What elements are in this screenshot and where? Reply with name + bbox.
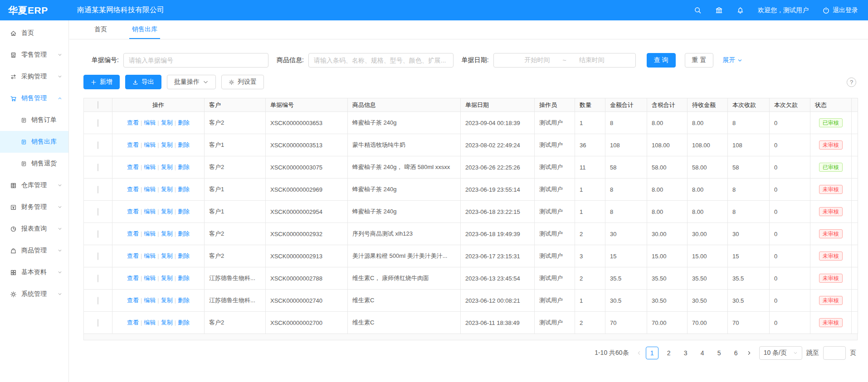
cell-receivable: 30.00 bbox=[688, 223, 728, 245]
delete-link[interactable]: 删除 bbox=[178, 230, 190, 237]
edit-link[interactable]: 编辑 bbox=[144, 119, 156, 126]
edit-link[interactable]: 编辑 bbox=[144, 208, 156, 215]
search-button[interactable]: 查 询 bbox=[647, 53, 676, 68]
cell-debt: 0 bbox=[770, 201, 810, 223]
delete-link[interactable]: 删除 bbox=[178, 119, 190, 126]
edit-link[interactable]: 编辑 bbox=[144, 164, 156, 170]
copy-link[interactable]: 复制 bbox=[161, 252, 173, 259]
chevron-down-icon bbox=[737, 58, 742, 63]
cell-product: 美汁源果粒橙 500ml 美汁美汁美汁... bbox=[348, 245, 461, 267]
sidebar-item-basic-data[interactable]: 基本资料 bbox=[0, 261, 68, 283]
view-link[interactable]: 查看 bbox=[127, 230, 139, 237]
view-link[interactable]: 查看 bbox=[127, 252, 139, 259]
delete-link[interactable]: 删除 bbox=[178, 275, 190, 281]
row-checkbox[interactable] bbox=[98, 319, 98, 327]
page-button-1[interactable]: 1 bbox=[646, 347, 658, 359]
row-checkbox[interactable] bbox=[98, 119, 98, 127]
edit-link[interactable]: 编辑 bbox=[144, 297, 156, 304]
tab-home[interactable]: 首页 bbox=[94, 20, 107, 39]
page-button-2[interactable]: 2 bbox=[663, 347, 675, 359]
product-info-input[interactable] bbox=[308, 53, 454, 68]
export-button[interactable]: 导出 bbox=[125, 75, 161, 89]
column-settings-button[interactable]: 列设置 bbox=[221, 75, 264, 89]
sidebar-item-sales-order[interactable]: 销售订单 bbox=[0, 109, 68, 131]
copy-link[interactable]: 复制 bbox=[161, 208, 173, 215]
logout-button[interactable]: 退出登录 bbox=[822, 6, 858, 15]
select-all-checkbox[interactable] bbox=[98, 101, 98, 109]
help-icon[interactable]: ? bbox=[847, 77, 856, 87]
delete-link[interactable]: 删除 bbox=[178, 141, 190, 148]
sidebar-item-sales-outbound[interactable]: 销售出库 bbox=[0, 131, 68, 153]
sidebar-item-purchase[interactable]: 采购管理 bbox=[0, 66, 68, 87]
copy-link[interactable]: 复制 bbox=[161, 141, 173, 148]
delete-link[interactable]: 删除 bbox=[178, 297, 190, 304]
view-link[interactable]: 查看 bbox=[127, 208, 139, 215]
date-range-input[interactable]: 开始时间 ~ 结束时间 bbox=[493, 53, 636, 68]
table-header-row: 操作客户单据编号商品信息单据日期操作员数量金额合计含税合计待收金额本次收款本次欠… bbox=[84, 98, 858, 112]
page-button-3[interactable]: 3 bbox=[679, 347, 692, 359]
next-page-button[interactable] bbox=[746, 350, 752, 356]
edit-link[interactable]: 编辑 bbox=[144, 186, 156, 193]
sidebar-item-system[interactable]: 系统管理 bbox=[0, 283, 68, 305]
view-link[interactable]: 查看 bbox=[127, 119, 139, 126]
cell-receivable: 70.00 bbox=[688, 312, 728, 334]
bell-icon[interactable] bbox=[736, 6, 744, 14]
row-checkbox[interactable] bbox=[98, 186, 98, 193]
row-checkbox[interactable] bbox=[98, 297, 98, 305]
jump-to-input[interactable] bbox=[823, 346, 846, 360]
view-link[interactable]: 查看 bbox=[127, 297, 139, 304]
sidebar-item-products[interactable]: 商品管理 bbox=[0, 240, 68, 261]
row-checkbox[interactable] bbox=[98, 230, 98, 238]
view-link[interactable]: 查看 bbox=[127, 164, 139, 170]
view-link[interactable]: 查看 bbox=[127, 141, 139, 148]
edit-link[interactable]: 编辑 bbox=[144, 230, 156, 237]
copy-link[interactable]: 复制 bbox=[161, 230, 173, 237]
sidebar-item-finance[interactable]: 财务管理 bbox=[0, 196, 68, 218]
copy-link[interactable]: 复制 bbox=[161, 275, 173, 281]
sidebar-item-reports[interactable]: 报表查询 bbox=[0, 218, 68, 240]
search-icon[interactable] bbox=[694, 6, 702, 14]
expand-link[interactable]: 展开 bbox=[722, 56, 742, 64]
add-button[interactable]: 新增 bbox=[83, 75, 120, 89]
page-button-5[interactable]: 5 bbox=[713, 347, 726, 359]
copy-link[interactable]: 复制 bbox=[161, 319, 173, 326]
sidebar-item-warehouse[interactable]: 仓库管理 bbox=[0, 174, 68, 196]
page-button-4[interactable]: 4 bbox=[696, 347, 709, 359]
copy-link[interactable]: 复制 bbox=[161, 119, 173, 126]
row-checkbox[interactable] bbox=[98, 208, 98, 216]
view-link[interactable]: 查看 bbox=[127, 186, 139, 193]
copy-link[interactable]: 复制 bbox=[161, 164, 173, 170]
sidebar-item-home[interactable]: 首页 bbox=[0, 22, 68, 44]
sidebar-item-retail[interactable]: 零售管理 bbox=[0, 44, 68, 66]
batch-actions-button[interactable]: 批量操作 bbox=[167, 75, 216, 89]
delete-link[interactable]: 删除 bbox=[178, 164, 190, 170]
view-link[interactable]: 查看 bbox=[127, 319, 139, 326]
action-separator: | bbox=[175, 208, 176, 215]
page-button-6[interactable]: 6 bbox=[730, 347, 742, 359]
edit-link[interactable]: 编辑 bbox=[144, 141, 156, 148]
delete-link[interactable]: 删除 bbox=[178, 186, 190, 193]
row-checkbox[interactable] bbox=[98, 141, 98, 149]
delete-link[interactable]: 删除 bbox=[178, 208, 190, 215]
edit-link[interactable]: 编辑 bbox=[144, 252, 156, 259]
row-checkbox[interactable] bbox=[98, 275, 98, 282]
prev-page-button[interactable] bbox=[636, 350, 642, 356]
copy-link[interactable]: 复制 bbox=[161, 297, 173, 304]
bill-no-input[interactable] bbox=[123, 53, 268, 68]
reset-button[interactable]: 重 置 bbox=[685, 53, 714, 68]
bank-icon[interactable] bbox=[715, 6, 723, 14]
row-checkbox[interactable] bbox=[98, 164, 98, 171]
sidebar-item-sales-return[interactable]: 销售退货 bbox=[0, 153, 68, 174]
copy-link[interactable]: 复制 bbox=[161, 186, 173, 193]
row-actions-cell: 查看|编辑|复制|删除 bbox=[112, 290, 205, 312]
view-link[interactable]: 查看 bbox=[127, 275, 139, 281]
edit-link[interactable]: 编辑 bbox=[144, 275, 156, 281]
row-checkbox[interactable] bbox=[98, 252, 98, 260]
tab-sales-outbound[interactable]: 销售出库 bbox=[132, 20, 157, 39]
page-size-select[interactable]: 10 条/页 bbox=[759, 346, 802, 360]
delete-link[interactable]: 删除 bbox=[178, 252, 190, 259]
sidebar-item-sales[interactable]: 销售管理 bbox=[0, 87, 68, 109]
edit-link[interactable]: 编辑 bbox=[144, 319, 156, 326]
delete-link[interactable]: 删除 bbox=[178, 319, 190, 326]
gutter-cell bbox=[852, 312, 858, 334]
